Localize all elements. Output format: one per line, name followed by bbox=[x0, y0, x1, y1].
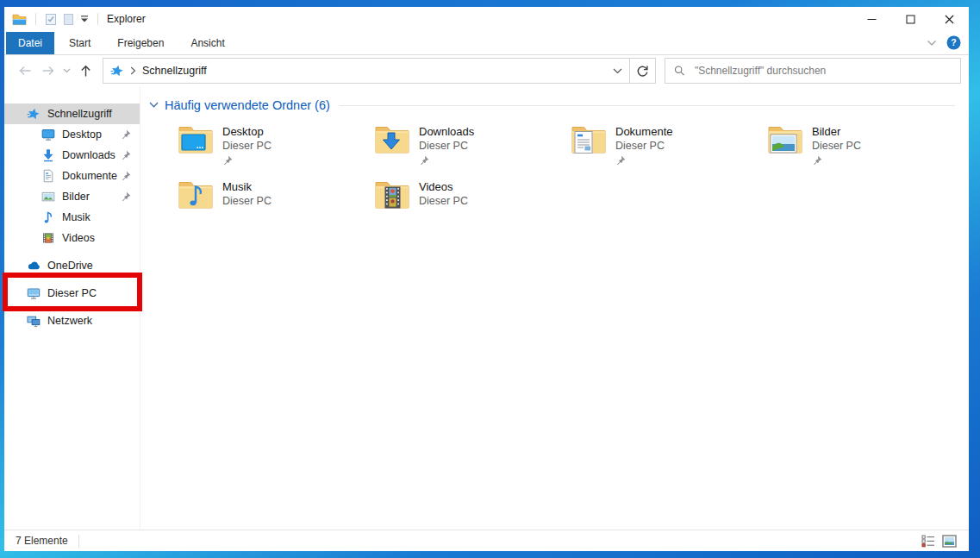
music-icon bbox=[41, 210, 55, 224]
minimize-button[interactable] bbox=[852, 7, 891, 31]
address-box[interactable]: Schnellzugriff bbox=[103, 58, 630, 84]
folder-tile-bilder[interactable]: Bilder Dieser PC bbox=[758, 123, 954, 179]
quick-access-star-icon bbox=[27, 107, 41, 121]
documents-folder-icon bbox=[570, 123, 608, 155]
sidebar-item-label: Dokumente bbox=[62, 170, 117, 182]
tab-ansicht[interactable]: Ansicht bbox=[178, 32, 236, 54]
maximize-icon bbox=[906, 15, 915, 24]
tab-start[interactable]: Start bbox=[57, 32, 103, 54]
items-view: Häufig verwendete Ordner (6) Desktop Die… bbox=[140, 86, 969, 530]
pin-icon bbox=[812, 155, 822, 166]
pin-icon bbox=[615, 155, 626, 166]
folder-tile-musik[interactable]: Musik Dieser PC bbox=[168, 179, 365, 234]
up-button[interactable] bbox=[74, 59, 97, 83]
thumbnail-view-button[interactable] bbox=[942, 535, 957, 548]
help-icon: ? bbox=[946, 35, 961, 50]
videos-icon bbox=[41, 231, 55, 245]
folder-tile-dokumente[interactable]: Dokumente Dieser PC bbox=[561, 123, 758, 179]
folder-tile-desktop[interactable]: Desktop Dieser PC bbox=[168, 123, 365, 179]
explorer-logo-icon[interactable] bbox=[12, 13, 27, 26]
sidebar-item-dieser-pc[interactable]: Dieser PC bbox=[4, 283, 140, 304]
sidebar-item-label: Schnellzugriff bbox=[47, 108, 112, 120]
folder-name: Bilder bbox=[812, 125, 861, 139]
new-folder-button-icon[interactable] bbox=[63, 13, 74, 26]
chevron-down-icon bbox=[613, 68, 622, 74]
breadcrumb-chevron-icon bbox=[130, 66, 136, 75]
onedrive-icon bbox=[27, 259, 41, 273]
pin-icon bbox=[222, 155, 233, 166]
caption-buttons bbox=[852, 7, 969, 31]
folder-location: Dieser PC bbox=[812, 139, 861, 153]
downloads-folder-icon bbox=[373, 123, 411, 155]
maximize-button[interactable] bbox=[891, 7, 930, 31]
svg-text:?: ? bbox=[951, 37, 956, 47]
desktop-background: Explorer Datei Start Freigeben Ansicht bbox=[0, 0, 980, 558]
customize-qat-dropdown-icon[interactable] bbox=[80, 16, 89, 22]
properties-button-icon[interactable] bbox=[45, 13, 57, 26]
ribbon-collapse-chevron-icon[interactable] bbox=[927, 40, 937, 47]
sidebar-item-label: OneDrive bbox=[47, 260, 93, 272]
videos-folder-icon bbox=[373, 179, 411, 210]
folder-location: Dieser PC bbox=[615, 139, 672, 153]
sidebar-item-musik[interactable]: Musik bbox=[4, 207, 140, 228]
details-view-icon bbox=[921, 535, 935, 548]
folder-tile-videos[interactable]: Videos Dieser PC bbox=[365, 179, 561, 234]
folder-name: Musik bbox=[222, 180, 272, 194]
separator bbox=[97, 13, 98, 25]
recent-locations-dropdown[interactable] bbox=[59, 59, 74, 83]
close-button[interactable] bbox=[930, 7, 969, 31]
sidebar-item-videos[interactable]: Videos bbox=[4, 228, 140, 248]
quick-access-toolbar bbox=[12, 13, 101, 26]
section-header: Häufig verwendete Ordner (6) bbox=[149, 98, 957, 112]
separator bbox=[35, 13, 36, 25]
folder-tile-downloads[interactable]: Downloads Dieser PC bbox=[365, 123, 561, 179]
chevron-down-icon bbox=[63, 68, 71, 73]
address-bar: Schnellzugriff bbox=[4, 55, 969, 86]
tab-freigeben[interactable]: Freigeben bbox=[105, 32, 176, 54]
search-input[interactable] bbox=[693, 64, 955, 78]
tab-datei[interactable]: Datei bbox=[6, 32, 54, 54]
folder-name: Dokumente bbox=[615, 125, 672, 139]
thumbnail-view-icon bbox=[942, 535, 957, 548]
sidebar-item-netzwerk[interactable]: Netzwerk bbox=[4, 310, 140, 331]
quick-access-star-icon bbox=[110, 64, 124, 78]
items-count: 7 Elemente bbox=[16, 535, 68, 547]
pin-icon bbox=[121, 191, 131, 202]
back-arrow-icon bbox=[18, 65, 32, 77]
sidebar-item-label: Dieser PC bbox=[47, 287, 97, 299]
sidebar-item-onedrive[interactable]: OneDrive bbox=[4, 255, 140, 276]
section-divider bbox=[339, 105, 955, 106]
forward-button[interactable] bbox=[36, 59, 59, 83]
help-button[interactable]: ? bbox=[946, 35, 961, 50]
pictures-icon bbox=[41, 190, 55, 204]
pin-icon bbox=[121, 129, 131, 140]
sidebar-item-label: Bilder bbox=[62, 191, 90, 203]
sidebar-item-bilder[interactable]: Bilder bbox=[4, 186, 140, 207]
up-arrow-icon bbox=[79, 65, 92, 78]
details-view-button[interactable] bbox=[921, 535, 935, 548]
refresh-button[interactable] bbox=[630, 58, 656, 84]
forward-arrow-icon bbox=[41, 65, 55, 77]
documents-icon bbox=[41, 169, 55, 183]
sidebar-item-desktop[interactable]: Desktop bbox=[4, 124, 140, 145]
music-folder-icon bbox=[177, 179, 215, 210]
sidebar-item-dokumente[interactable]: Dokumente bbox=[4, 166, 140, 186]
address-dropdown-button[interactable] bbox=[605, 59, 629, 83]
breadcrumb-location[interactable]: Schnellzugriff bbox=[142, 65, 207, 77]
folder-location: Dieser PC bbox=[222, 139, 272, 153]
separator bbox=[78, 535, 79, 548]
breadcrumb: Schnellzugriff bbox=[103, 64, 605, 78]
section-title: Häufig verwendete Ordner (6) bbox=[165, 98, 330, 112]
sidebar-item-label: Musik bbox=[62, 211, 91, 223]
content-area: Schnellzugriff Desktop Downloads Dokumen… bbox=[4, 86, 969, 530]
back-button[interactable] bbox=[13, 59, 36, 83]
sidebar-item-downloads[interactable]: Downloads bbox=[4, 145, 140, 166]
collapse-chevron-icon[interactable] bbox=[149, 102, 159, 109]
sidebar-item-label: Desktop bbox=[62, 129, 102, 141]
sidebar-item-schnellzugriff[interactable]: Schnellzugriff bbox=[4, 103, 140, 124]
sidebar-item-label: Videos bbox=[62, 232, 95, 244]
folder-location: Dieser PC bbox=[419, 194, 468, 208]
close-icon bbox=[945, 15, 954, 24]
sidebar-item-label: Downloads bbox=[62, 149, 115, 161]
pin-icon bbox=[121, 171, 131, 181]
